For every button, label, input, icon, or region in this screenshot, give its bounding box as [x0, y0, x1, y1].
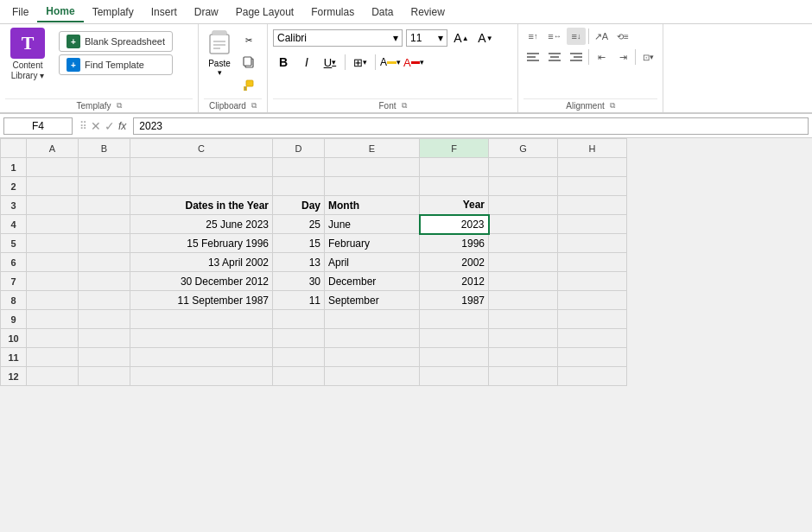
cell-C11[interactable] — [130, 348, 273, 367]
italic-button[interactable]: I — [296, 52, 317, 73]
cell-C9[interactable] — [130, 310, 273, 329]
cell-D12[interactable] — [273, 367, 325, 386]
cell-G7[interactable] — [489, 272, 558, 291]
cell-D10[interactable] — [273, 329, 325, 348]
cell-A1[interactable] — [27, 158, 79, 177]
cell-G1[interactable] — [489, 158, 558, 177]
menu-item-data[interactable]: Data — [363, 3, 402, 22]
menu-item-file[interactable]: File — [3, 3, 37, 22]
cell-A11[interactable] — [27, 348, 79, 367]
cell-C2[interactable] — [130, 177, 273, 196]
cell-G8[interactable] — [489, 291, 558, 310]
cell-E1[interactable] — [325, 158, 420, 177]
clipboard-expand-icon[interactable]: ⧉ — [251, 101, 257, 111]
cell-B5[interactable] — [79, 234, 130, 253]
cell-C12[interactable] — [130, 367, 273, 386]
cell-E10[interactable] — [325, 329, 420, 348]
menu-item-page layout[interactable]: Page Layout — [227, 3, 302, 22]
cell-D5[interactable]: 15 — [273, 234, 325, 253]
cell-H10[interactable] — [558, 329, 627, 348]
cell-E6[interactable]: April — [325, 253, 420, 272]
cell-C4[interactable]: 25 June 2023 — [130, 215, 273, 234]
find-template-button[interactable]: + Find Template — [59, 54, 173, 75]
formula-confirm-icon[interactable]: ✓ — [105, 119, 115, 133]
cell-C8[interactable]: 11 September 1987 — [130, 291, 273, 310]
cell-D2[interactable] — [273, 177, 325, 196]
cell-B9[interactable] — [79, 310, 130, 329]
cell-G9[interactable] — [489, 310, 558, 329]
paste-button[interactable]: Paste ▾ — [204, 28, 235, 79]
cell-E3[interactable]: Month — [325, 196, 420, 215]
cell-C3[interactable]: Dates in the Year — [130, 196, 273, 215]
cell-H6[interactable] — [558, 253, 627, 272]
format-painter-button[interactable] — [237, 74, 261, 95]
cell-B6[interactable] — [79, 253, 130, 272]
cell-F3[interactable]: Year — [420, 196, 489, 215]
underline-button[interactable]: U ▾ — [320, 52, 340, 73]
cell-A12[interactable] — [27, 367, 79, 386]
cell-B10[interactable] — [79, 329, 130, 348]
align-center-button[interactable] — [545, 48, 564, 66]
cell-reference-box[interactable]: F4 — [3, 117, 73, 135]
cell-E9[interactable] — [325, 310, 420, 329]
cell-G3[interactable] — [489, 196, 558, 215]
cell-G4[interactable] — [489, 215, 558, 234]
templafy-expand-icon[interactable]: ⧉ — [117, 101, 122, 111]
content-library-button[interactable]: T ContentLibrary ▾ — [5, 28, 50, 81]
cell-F1[interactable] — [420, 158, 489, 177]
menu-item-formulas[interactable]: Formulas — [302, 3, 363, 22]
cell-D6[interactable]: 13 — [273, 253, 325, 272]
cell-A8[interactable] — [27, 291, 79, 310]
cell-B3[interactable] — [79, 196, 130, 215]
menu-item-insert[interactable]: Insert — [143, 3, 186, 22]
font-grow-button[interactable]: A▲ — [451, 28, 472, 48]
cell-E8[interactable]: September — [325, 291, 420, 310]
cell-H4[interactable] — [558, 215, 627, 234]
align-left-button[interactable] — [523, 48, 542, 66]
cell-E2[interactable] — [325, 177, 420, 196]
cell-E7[interactable]: December — [325, 272, 420, 291]
cell-G12[interactable] — [489, 367, 558, 386]
cell-C5[interactable]: 15 February 1996 — [130, 234, 273, 253]
cell-C7[interactable]: 30 December 2012 — [130, 272, 273, 291]
cell-A7[interactable] — [27, 272, 79, 291]
decrease-indent-button[interactable]: ⇤ — [592, 48, 611, 66]
cell-D3[interactable]: Day — [273, 196, 325, 215]
cell-E11[interactable] — [325, 348, 420, 367]
cell-B7[interactable] — [79, 272, 130, 291]
cell-G11[interactable] — [489, 348, 558, 367]
align-top-button[interactable]: ≡↑ — [523, 28, 542, 45]
menu-item-review[interactable]: Review — [403, 3, 454, 22]
cell-C10[interactable] — [130, 329, 273, 348]
cell-H2[interactable] — [558, 177, 627, 196]
cell-A4[interactable] — [27, 215, 79, 234]
cell-F7[interactable]: 2012 — [420, 272, 489, 291]
alignment-expand-icon[interactable]: ⧉ — [610, 101, 615, 111]
cell-H8[interactable] — [558, 291, 627, 310]
font-shrink-button[interactable]: A▼ — [475, 28, 496, 48]
highlight-button[interactable]: A ▾ — [380, 52, 401, 73]
angle-text-button[interactable]: ↗A — [592, 28, 611, 45]
cell-G2[interactable] — [489, 177, 558, 196]
cell-F6[interactable]: 2002 — [420, 253, 489, 272]
cell-H11[interactable] — [558, 348, 627, 367]
cell-H12[interactable] — [558, 367, 627, 386]
cell-F5[interactable]: 1996 — [420, 234, 489, 253]
cell-A2[interactable] — [27, 177, 79, 196]
cell-C6[interactable]: 13 April 2002 — [130, 253, 273, 272]
cell-D7[interactable]: 30 — [273, 272, 325, 291]
cell-H9[interactable] — [558, 310, 627, 329]
cell-F2[interactable] — [420, 177, 489, 196]
cell-G6[interactable] — [489, 253, 558, 272]
cell-A3[interactable] — [27, 196, 79, 215]
cell-E12[interactable] — [325, 367, 420, 386]
font-size-selector[interactable]: 11 ▾ — [406, 29, 447, 47]
cell-D8[interactable]: 11 — [273, 291, 325, 310]
cell-H3[interactable] — [558, 196, 627, 215]
cell-F8[interactable]: 1987 — [420, 291, 489, 310]
font-selector[interactable]: Calibri ▾ — [273, 29, 403, 47]
cell-C1[interactable] — [130, 158, 273, 177]
menu-item-draw[interactable]: Draw — [186, 3, 227, 22]
increase-indent-button[interactable]: ⇥ — [613, 48, 632, 66]
font-expand-icon[interactable]: ⧉ — [402, 101, 407, 111]
